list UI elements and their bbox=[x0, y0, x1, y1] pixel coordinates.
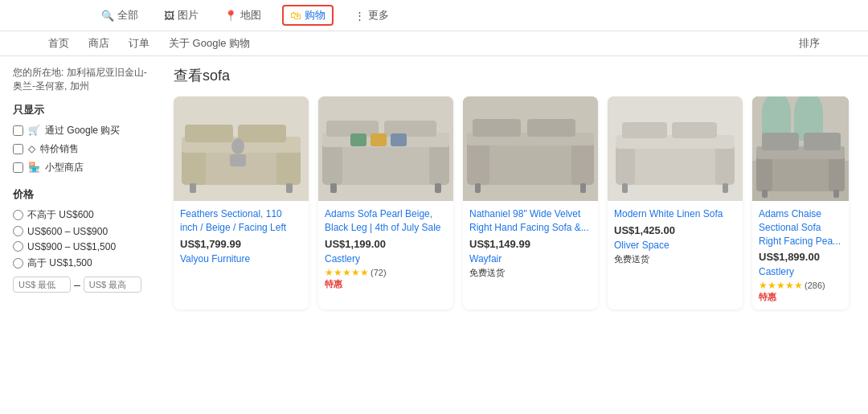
search-icon: 🔍 bbox=[101, 10, 114, 22]
price-title: 价格 bbox=[13, 187, 148, 202]
price-option-2[interactable]: US$600 – US$900 bbox=[13, 226, 148, 237]
nav-about[interactable]: 关于 Google 购物 bbox=[169, 36, 250, 51]
svg-rect-30 bbox=[475, 183, 481, 193]
product-title-4[interactable]: Modern White Linen Sofa bbox=[614, 207, 736, 221]
svg-rect-18 bbox=[330, 183, 337, 193]
product-image-1 bbox=[174, 96, 309, 201]
nav-more[interactable]: ⋮ 更多 bbox=[350, 5, 394, 26]
svg-rect-38 bbox=[672, 122, 717, 138]
review-count-5: (286) bbox=[805, 281, 825, 290]
price-min-input[interactable] bbox=[13, 277, 71, 293]
nav-home[interactable]: 首页 bbox=[48, 36, 69, 51]
product-image-3 bbox=[463, 96, 598, 201]
product-title-3[interactable]: Nathaniel 98" Wide Velvet Right Hand Fac… bbox=[469, 207, 592, 235]
filter-google-buy-checkbox[interactable] bbox=[13, 125, 23, 136]
svg-rect-10 bbox=[230, 154, 246, 166]
nav-all[interactable]: 🔍 全部 bbox=[96, 5, 143, 26]
product-shipping-3: 免费送货 bbox=[469, 267, 592, 279]
svg-rect-40 bbox=[723, 183, 728, 193]
product-info-4: Modern White Linen Sofa US$1,425.00 Oliv… bbox=[608, 201, 743, 274]
badge-sale-5: 特惠 bbox=[759, 291, 842, 303]
svg-rect-20 bbox=[350, 133, 366, 146]
price-option-1[interactable]: 不高于 US$600 bbox=[13, 208, 148, 222]
product-image-5 bbox=[752, 96, 849, 201]
image-icon: 🖼 bbox=[164, 10, 174, 22]
svg-rect-21 bbox=[371, 133, 387, 146]
content-title: 查看sofa bbox=[174, 66, 855, 85]
svg-rect-31 bbox=[580, 183, 586, 193]
svg-rect-28 bbox=[473, 119, 521, 137]
top-navigation: 🔍 全部 🖼 图片 📍 地图 🛍 购物 ⋮ 更多 bbox=[0, 0, 868, 31]
svg-rect-29 bbox=[527, 119, 575, 137]
review-count-2: (72) bbox=[371, 268, 387, 277]
store-icon: 🏪 bbox=[28, 162, 40, 173]
svg-rect-22 bbox=[391, 133, 407, 146]
product-card-2: Adams Sofa Pearl Beige, Black Leg | 4th … bbox=[318, 96, 453, 309]
products-grid: Feathers Sectional, 110 inch / Beige / F… bbox=[174, 96, 855, 309]
sidebar: 您的所在地: 加利福尼亚旧金山-奥兰-圣何塞, 加州 只显示 🛒 通过 Goog… bbox=[0, 56, 161, 406]
svg-point-9 bbox=[231, 138, 244, 154]
more-icon: ⋮ bbox=[354, 10, 365, 22]
sort-label[interactable]: 排序 bbox=[799, 36, 820, 51]
price-radio-2[interactable] bbox=[13, 226, 23, 236]
product-title-5[interactable]: Adams Chaise Sectional Sofa Right Facing… bbox=[759, 207, 842, 248]
nav-images[interactable]: 🖼 图片 bbox=[159, 5, 203, 26]
only-show-title: 只显示 bbox=[13, 103, 148, 117]
filter-small-store[interactable]: 🏪 小型商店 bbox=[13, 161, 148, 174]
nav-orders[interactable]: 订单 bbox=[129, 36, 149, 51]
svg-rect-7 bbox=[190, 183, 196, 193]
svg-rect-5 bbox=[185, 125, 233, 142]
svg-rect-19 bbox=[435, 183, 441, 193]
product-image-2 bbox=[318, 96, 453, 201]
price-option-4[interactable]: 高于 US$1,500 bbox=[13, 256, 148, 270]
filter-sale[interactable]: ◇ 特价销售 bbox=[13, 142, 148, 156]
product-price-2: US$1,199.00 bbox=[325, 238, 447, 250]
product-seller-5[interactable]: Castlery bbox=[759, 266, 842, 277]
product-image-4 bbox=[608, 96, 743, 201]
price-max-input[interactable] bbox=[84, 277, 141, 293]
nav-maps[interactable]: 📍 地图 bbox=[219, 5, 266, 26]
nav-shopping[interactable]: 🛍 购物 bbox=[282, 5, 334, 26]
product-info-1: Feathers Sectional, 110 inch / Beige / F… bbox=[174, 201, 309, 273]
svg-rect-52 bbox=[804, 133, 841, 150]
product-info-5: Adams Chaise Sectional Sofa Right Facing… bbox=[752, 201, 849, 309]
second-navigation: 首页 商店 订单 关于 Google 购物 排序 bbox=[0, 31, 868, 56]
only-show-filter: 只显示 🛒 通过 Google 购买 ◇ 特价销售 🏪 小型商店 bbox=[13, 103, 148, 174]
product-seller-4[interactable]: Oliver Space bbox=[614, 240, 736, 251]
price-range-inputs: – bbox=[13, 277, 148, 293]
product-stars-2: ★★★★★ (72) bbox=[325, 267, 447, 278]
product-price-1: US$1,799.99 bbox=[180, 238, 302, 250]
location-icon: 📍 bbox=[224, 10, 237, 22]
shopping-icon: 🛍 bbox=[290, 9, 301, 22]
product-title-2[interactable]: Adams Sofa Pearl Beige, Black Leg | 4th … bbox=[325, 207, 447, 235]
product-info-3: Nathaniel 98" Wide Velvet Right Hand Fac… bbox=[463, 201, 598, 288]
product-card-5: Adams Chaise Sectional Sofa Right Facing… bbox=[752, 96, 849, 309]
product-card-1: Feathers Sectional, 110 inch / Beige / F… bbox=[174, 96, 309, 309]
products-content: 查看sofa bbox=[161, 56, 868, 406]
nav-store[interactable]: 商店 bbox=[88, 36, 109, 51]
filter-small-store-checkbox[interactable] bbox=[13, 162, 23, 173]
product-seller-2[interactable]: Castlery bbox=[325, 253, 447, 264]
price-radio-1[interactable] bbox=[13, 210, 23, 220]
main-layout: 您的所在地: 加利福尼亚旧金山-奥兰-圣何塞, 加州 只显示 🛒 通过 Goog… bbox=[0, 56, 868, 406]
product-title-1[interactable]: Feathers Sectional, 110 inch / Beige / F… bbox=[180, 207, 302, 235]
price-radio-4[interactable] bbox=[13, 258, 23, 268]
svg-rect-53 bbox=[762, 190, 768, 198]
svg-rect-8 bbox=[286, 183, 293, 193]
svg-rect-39 bbox=[622, 183, 628, 193]
product-shipping-4: 免费送货 bbox=[614, 253, 736, 265]
product-price-4: US$1,425.00 bbox=[614, 224, 736, 236]
product-stars-5: ★★★★★ (286) bbox=[759, 280, 842, 291]
product-card-3: Nathaniel 98" Wide Velvet Right Hand Fac… bbox=[463, 96, 598, 309]
svg-rect-6 bbox=[238, 125, 286, 142]
product-price-3: US$1,149.99 bbox=[469, 238, 592, 250]
product-card-4: Modern White Linen Sofa US$1,425.00 Oliv… bbox=[608, 96, 743, 309]
product-seller-3[interactable]: Wayfair bbox=[469, 253, 592, 264]
filter-sale-checkbox[interactable] bbox=[13, 144, 23, 154]
filter-google-buy[interactable]: 🛒 通过 Google 购买 bbox=[13, 124, 148, 137]
price-option-3[interactable]: US$900 – US$1,500 bbox=[13, 241, 148, 252]
product-seller-1[interactable]: Valyou Furniture bbox=[180, 253, 302, 264]
diamond-icon: ◇ bbox=[28, 143, 35, 154]
price-radio-3[interactable] bbox=[13, 241, 23, 252]
product-info-2: Adams Sofa Pearl Beige, Black Leg | 4th … bbox=[318, 201, 453, 297]
